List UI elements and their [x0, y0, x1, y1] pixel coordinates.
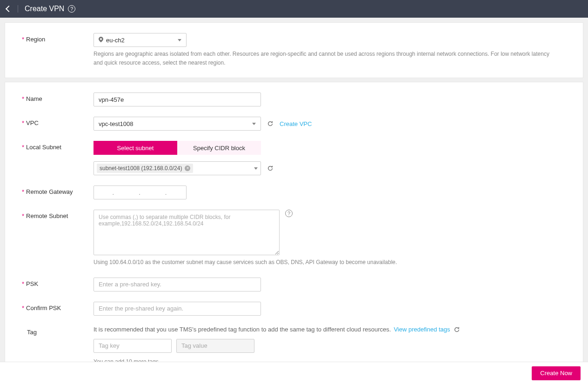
remove-chip-icon[interactable]: ×	[185, 166, 190, 171]
local-subnet-mode-toggle: Select subnet Specify CIDR block	[94, 141, 566, 155]
mode-select-subnet-button[interactable]: Select subnet	[94, 141, 177, 155]
refresh-icon[interactable]	[267, 120, 274, 127]
tag-key-input[interactable]	[94, 339, 172, 353]
chevron-down-icon	[178, 39, 181, 41]
pin-icon	[99, 37, 103, 44]
top-bar: Create VPN ?	[0, 0, 588, 18]
remote-subnet-textarea[interactable]	[94, 210, 280, 255]
psk-input[interactable]	[94, 278, 261, 291]
create-vpc-link[interactable]: Create VPC	[280, 120, 312, 127]
help-icon[interactable]: ?	[68, 5, 75, 13]
remote-gateway-input[interactable]: ...	[94, 185, 187, 199]
region-label: Region	[22, 33, 94, 43]
tag-value-input[interactable]	[176, 339, 254, 353]
refresh-icon[interactable]	[267, 165, 274, 172]
help-icon[interactable]: ?	[285, 210, 293, 217]
subnet-multiselect[interactable]: subnet-test1008 (192.168.0.0/24) ×	[94, 161, 261, 175]
psk-label: PSK	[22, 278, 94, 287]
region-panel: Region eu-ch2 Regions are geographic are…	[5, 22, 583, 78]
separator	[18, 5, 18, 13]
vpc-label: VPC	[22, 117, 94, 126]
remote-gateway-label: Remote Gateway	[22, 185, 94, 195]
local-subnet-label: Local Subnet	[22, 141, 94, 151]
subnet-spacer	[22, 161, 94, 171]
back-icon[interactable]	[6, 6, 12, 12]
confirm-psk-label: Confirm PSK	[22, 302, 94, 311]
name-label: Name	[22, 93, 94, 102]
vpc-select[interactable]: vpc-test1008	[94, 117, 261, 131]
region-value: eu-ch2	[106, 37, 178, 44]
name-input[interactable]	[94, 93, 261, 106]
remote-subnet-label: Remote Subnet	[22, 210, 94, 219]
vpc-value: vpc-test1008	[99, 120, 252, 127]
page-body: Region eu-ch2 Regions are geographic are…	[0, 18, 588, 362]
chevron-down-icon	[254, 167, 258, 170]
region-select[interactable]: eu-ch2	[94, 33, 187, 47]
view-predefined-tags-link[interactable]: View predefined tags	[394, 326, 450, 333]
confirm-psk-input[interactable]	[94, 302, 261, 316]
tag-intro-text: It is recommended that you use TMS's pre…	[94, 326, 391, 333]
mode-specify-cidr-button[interactable]: Specify CIDR block	[177, 141, 261, 155]
subnet-chip: subnet-test1008 (192.168.0.0/24) ×	[97, 164, 193, 173]
tag-limit-text: You can add 10 more tags.	[94, 358, 559, 362]
main-form-panel: Name VPC vpc-test1008 Create VPC Local S…	[5, 82, 583, 362]
region-help-text: Regions are geographic areas isolated fr…	[94, 50, 559, 67]
tag-label: Tag	[22, 326, 94, 336]
refresh-icon[interactable]	[453, 326, 461, 333]
chevron-down-icon	[252, 123, 256, 125]
subnet-chip-label: subnet-test1008 (192.168.0.0/24)	[100, 165, 182, 172]
remote-subnet-warning: Using 100.64.0.0/10 as the customer subn…	[94, 258, 559, 267]
page-title: Create VPN	[25, 5, 64, 13]
